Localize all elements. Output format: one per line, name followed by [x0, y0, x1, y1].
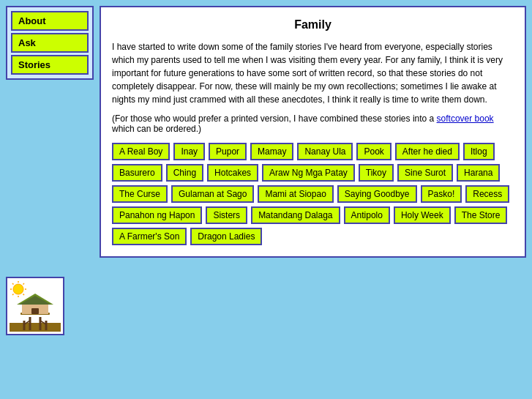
sidebar-item-ask[interactable]: Ask	[11, 33, 89, 53]
svg-line-7	[23, 283, 25, 285]
tag-item[interactable]: Sine Surot	[397, 164, 453, 182]
tag-item[interactable]: Mami at Siopao	[258, 185, 333, 203]
svg-line-8	[12, 294, 14, 296]
tag-item[interactable]: Harana	[457, 164, 500, 182]
tag-item[interactable]: Nanay Ula	[297, 143, 353, 160]
tag-item[interactable]: Ching	[166, 164, 203, 182]
tag-item[interactable]: Tikoy	[359, 164, 394, 182]
tag-item[interactable]: Gulaman at Sago	[171, 185, 254, 203]
tag-item[interactable]: Dragon Ladies	[190, 228, 262, 245]
printed-note-suffix: which can be ordered.)	[112, 124, 201, 134]
svg-rect-18	[31, 308, 39, 314]
tag-item[interactable]: Inay	[173, 143, 205, 160]
sidebar: About Ask Stories	[6, 6, 94, 80]
tag-item[interactable]: Holy Week	[394, 206, 451, 224]
tag-item[interactable]: Itlog	[463, 143, 495, 160]
tag-item[interactable]: Sisters	[206, 206, 247, 224]
tag-item[interactable]: Hotcakes	[207, 164, 258, 182]
tag-item[interactable]: The Store	[454, 206, 508, 224]
tag-item[interactable]: After he died	[395, 143, 460, 160]
tag-item[interactable]: The Curse	[112, 185, 168, 203]
printed-note: (For those who would prefer a printed ve…	[112, 113, 514, 134]
tag-item[interactable]: Saying Goodbye	[337, 185, 417, 203]
tag-item[interactable]: Araw Ng Mga Patay	[262, 164, 355, 182]
sidebar-item-stories[interactable]: Stories	[11, 55, 89, 75]
tag-item[interactable]: Pasko!	[421, 185, 462, 203]
softcover-link[interactable]: softcover book	[437, 113, 494, 124]
tag-item[interactable]: Mamay	[250, 143, 293, 160]
svg-line-5	[12, 283, 14, 285]
svg-line-6	[23, 294, 25, 296]
page-title: Family	[112, 18, 514, 31]
tag-item[interactable]: A Real Boy	[112, 143, 170, 160]
description-text: I have started to write down some of the…	[112, 40, 514, 106]
tag-item[interactable]: Pook	[356, 143, 391, 160]
thumbnail-hut	[6, 277, 64, 335]
printed-note-prefix: (For those who would prefer a printed ve…	[112, 113, 437, 124]
tag-item[interactable]: Matandang Dalaga	[251, 206, 340, 224]
content-area: Family I have started to write down some…	[100, 6, 526, 258]
tag-item[interactable]: Pupor	[209, 143, 247, 160]
svg-rect-9	[10, 323, 61, 332]
tag-item[interactable]: Recess	[465, 185, 509, 203]
tag-item[interactable]: A Farmer's Son	[112, 228, 187, 245]
tag-item[interactable]: Basurero	[112, 164, 162, 182]
svg-marker-20	[19, 296, 51, 305]
tag-item[interactable]: Antipolo	[344, 206, 390, 224]
tag-item[interactable]: Panahon ng Hapon	[112, 206, 202, 224]
svg-point-0	[13, 284, 23, 294]
sidebar-item-about[interactable]: About	[11, 11, 89, 31]
bottom-section	[0, 271, 532, 341]
tags-container: A Real BoyInayPuporMamayNanay UlaPookAft…	[112, 143, 514, 245]
